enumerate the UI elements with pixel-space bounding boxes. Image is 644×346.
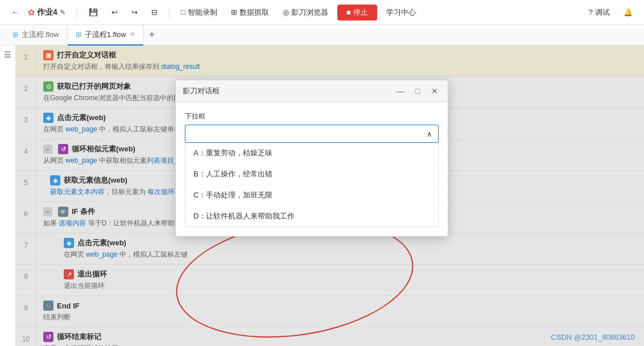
sidebar-mini: ☰ [0,46,16,346]
tab-close-button[interactable]: ✕ [130,31,135,38]
brand-icon: ✿ [28,8,35,17]
undo-button[interactable]: ↩ [107,6,122,19]
dropdown-list: A：重复劳动，枯燥乏味 B：人工操作，经常出错 C：手动处理，加班无限 D：让软… [185,143,439,227]
tab-active[interactable]: ⊞ 子流程1.flow ✕ [68,25,143,46]
stop-icon: ■ [346,8,351,17]
tab-active-icon: ⊞ [76,31,81,39]
toolbar-right: ? 调试 🔔 [584,5,637,20]
tab-main[interactable]: ⊞ 主流程.flow [5,25,68,46]
dialog-box: 影刀对话框 — □ ✕ 下拉框 ∧ A：重复劳动，枯燥乏味 B： [175,80,448,237]
save-button[interactable]: 💾 [84,6,102,19]
tab-main-label: 主流程.flow [22,30,59,40]
chevron-up-icon: ∧ [427,130,432,138]
dropdown-item-2[interactable]: C：手动处理，加班无限 [185,185,438,206]
content-area: 1 ▣ 打开自定义对话框 打开自定义对话框，将输入结果保存到 dialog_re… [16,46,644,346]
help-button[interactable]: ? 调试 [584,5,614,20]
divider2 [169,6,170,19]
browser-icon: ◎ [283,8,289,17]
dialog-titlebar: 影刀对话框 — □ ✕ [176,80,448,102]
sidebar-icon: ☰ [4,50,11,59]
dialog-overlay: 影刀对话框 — □ ✕ 下拉框 ∧ A：重复劳动，枯燥乏味 B： [16,46,644,346]
debug-button[interactable]: 学习中心 [382,5,420,20]
tab-add-button[interactable]: + [143,25,161,46]
dropdown-item-3[interactable]: D：让软件机器人来帮助我工作 [185,206,438,226]
help-icon: ? [589,8,593,17]
dialog-title: 影刀对话框 [183,86,220,96]
browser-button[interactable]: ◎ 影刀浏览器 [278,5,333,20]
dialog-minimize-button[interactable]: — [394,85,407,97]
stop-button[interactable]: ■ 停止 [337,5,377,20]
back-button[interactable]: ← [7,6,23,19]
tab-main-icon: ⊞ [13,31,18,39]
notification-button[interactable]: 🔔 [619,6,637,19]
edit-icon[interactable]: ✎ [60,9,65,17]
divider1 [77,6,77,19]
data-capture-button[interactable]: ⊞ 数据抓取 [226,5,274,20]
format-button[interactable]: ⊟ [147,6,162,19]
dialog-body: 下拉框 ∧ A：重复劳动，枯燥乏味 B：人工操作，经常出错 C：手动处理，加班无… [176,102,448,236]
main-layout: ☰ 1 ▣ 打开自定义对话框 打开自定义对话框，将输入结果保存到 dialog_… [0,46,644,346]
bell-icon: 🔔 [624,8,633,17]
dropdown-item-0[interactable]: A：重复劳动，枯燥乏味 [185,143,438,164]
tab-active-label: 子流程1.flow [85,30,126,40]
dialog-maximize-button[interactable]: □ [411,85,424,97]
dialog-label: 下拉框 [185,112,439,121]
record-button[interactable]: □ 智能录制 [176,5,222,20]
record-icon: □ [181,8,185,17]
redo-button[interactable]: ↪ [127,6,142,19]
dropdown-trigger[interactable]: ∧ [185,125,439,143]
toolbar: ← ✿ 作业4 ✎ 💾 ↩ ↪ ⊟ □ 智能录制 ⊞ 数据抓取 ◎ 影刀浏览器 … [0,0,644,25]
tabs-bar: ⊞ 主流程.flow ⊞ 子流程1.flow ✕ + [0,25,644,46]
dialog-controls: — □ ✕ [394,85,441,97]
brand-title: 作业4 [37,7,57,18]
app-brand: ✿ 作业4 ✎ [28,7,65,18]
data-icon: ⊞ [231,8,237,17]
dropdown-item-1[interactable]: B：人工操作，经常出错 [185,164,438,185]
dialog-close-button[interactable]: ✕ [428,85,441,97]
